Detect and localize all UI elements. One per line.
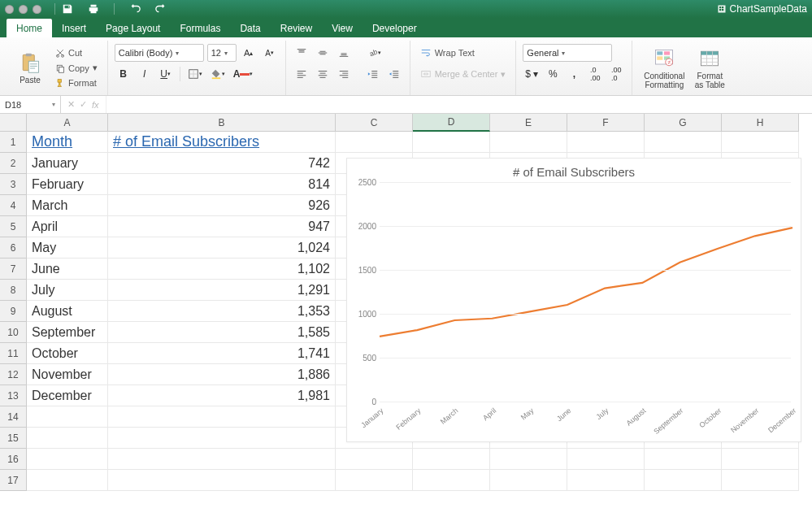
embedded-chart[interactable]: # of Email Subscribers 05001000150020002… (346, 158, 801, 442)
cell-H1[interactable] (722, 132, 799, 153)
align-middle-button[interactable] (314, 44, 332, 62)
cell-B8[interactable]: 1,291 (108, 280, 336, 301)
enter-formula-icon[interactable]: ✓ (80, 99, 87, 110)
row-header-6[interactable]: 6 (0, 237, 27, 258)
row-header-7[interactable]: 7 (0, 258, 27, 280)
cell-G1[interactable] (645, 132, 722, 153)
cell-G17[interactable] (645, 470, 722, 491)
tab-review[interactable]: Review (271, 19, 322, 37)
cell-B12[interactable]: 1,886 (108, 364, 336, 385)
cell-A7[interactable]: June (27, 258, 108, 280)
font-size-combo[interactable]: 12▾ (207, 44, 237, 62)
fill-color-button[interactable]: ▾ (208, 65, 228, 83)
cell-B3[interactable]: 814 (108, 174, 336, 195)
decrease-indent-button[interactable] (364, 65, 382, 83)
row-header-17[interactable]: 17 (0, 470, 27, 491)
italic-button[interactable]: I (136, 65, 154, 83)
format-as-table-button[interactable]: Format as Table (689, 42, 730, 93)
cell-B13[interactable]: 1,981 (108, 385, 336, 406)
row-header-13[interactable]: 13 (0, 385, 27, 406)
cell-D17[interactable] (413, 470, 490, 491)
redo-button[interactable] (152, 0, 170, 18)
row-header-2[interactable]: 2 (0, 153, 27, 174)
align-top-button[interactable] (293, 44, 310, 62)
cell-E1[interactable] (490, 132, 567, 153)
wrap-text-button[interactable]: Wrap Text (417, 46, 478, 60)
cell-B14[interactable] (108, 406, 336, 428)
row-header-12[interactable]: 12 (0, 364, 27, 385)
col-header-E[interactable]: E (490, 114, 567, 132)
paste-button[interactable]: Paste (11, 50, 49, 86)
font-name-combo[interactable]: Calibri (Body)▾ (115, 44, 204, 62)
cell-A8[interactable]: July (27, 280, 108, 301)
align-center-button[interactable] (314, 65, 332, 83)
cancel-formula-icon[interactable]: ✕ (67, 99, 75, 110)
cell-A6[interactable]: May (27, 237, 108, 258)
comma-button[interactable]: , (565, 65, 583, 83)
cell-A3[interactable]: February (27, 174, 108, 195)
cell-H16[interactable] (722, 449, 799, 470)
cell-D16[interactable] (413, 449, 490, 470)
font-color-button[interactable]: A▾ (231, 65, 256, 83)
cell-B4[interactable]: 926 (108, 195, 336, 216)
cell-B10[interactable]: 1,585 (108, 322, 336, 343)
cell-B7[interactable]: 1,102 (108, 258, 336, 280)
cell-B11[interactable]: 1,741 (108, 343, 336, 364)
insert-function-icon[interactable]: fx (92, 100, 99, 110)
grow-font-button[interactable]: A▴ (240, 44, 258, 62)
formula-input[interactable] (106, 96, 812, 113)
tab-page-layout[interactable]: Page Layout (96, 19, 170, 37)
cell-A1[interactable]: Month (27, 132, 108, 153)
cell-C16[interactable] (336, 449, 413, 470)
merge-center-button[interactable]: Merge & Center ▾ (417, 67, 510, 81)
increase-decimal-button[interactable]: .0.00 (586, 65, 604, 83)
cell-B5[interactable]: 947 (108, 216, 336, 237)
cell-B16[interactable] (108, 449, 336, 470)
row-header-8[interactable]: 8 (0, 280, 27, 301)
cell-B2[interactable]: 742 (108, 153, 336, 174)
cell-H17[interactable] (722, 470, 799, 491)
row-header-5[interactable]: 5 (0, 216, 27, 237)
increase-indent-button[interactable] (385, 65, 403, 83)
minimize-window[interactable] (19, 5, 28, 14)
align-right-button[interactable] (335, 65, 353, 83)
cell-A12[interactable]: November (27, 364, 108, 385)
underline-button[interactable]: U▾ (157, 65, 175, 83)
col-header-G[interactable]: G (645, 114, 722, 132)
print-button[interactable] (85, 0, 102, 18)
align-bottom-button[interactable] (335, 44, 353, 62)
row-header-3[interactable]: 3 (0, 174, 27, 195)
row-header-14[interactable]: 14 (0, 406, 27, 428)
tab-home[interactable]: Home (7, 19, 52, 37)
cell-B17[interactable] (108, 470, 336, 491)
number-format-combo[interactable]: General▾ (523, 44, 612, 62)
cell-C17[interactable] (336, 470, 413, 491)
col-header-D[interactable]: D (413, 114, 490, 132)
cell-B6[interactable]: 1,024 (108, 237, 336, 258)
shrink-font-button[interactable]: A▾ (261, 44, 279, 62)
select-all-cell[interactable] (0, 114, 27, 132)
cell-B15[interactable] (108, 428, 336, 449)
zoom-window[interactable] (33, 5, 41, 14)
cell-A9[interactable]: August (27, 301, 108, 322)
cell-A15[interactable] (27, 428, 108, 449)
borders-button[interactable]: ▾ (185, 65, 205, 83)
cell-F17[interactable] (567, 470, 645, 491)
col-header-B[interactable]: B (108, 114, 336, 132)
col-header-A[interactable]: A (27, 114, 108, 132)
cell-A13[interactable]: December (27, 385, 108, 406)
row-header-15[interactable]: 15 (0, 428, 27, 449)
bold-button[interactable]: B (115, 65, 132, 83)
cell-A16[interactable] (27, 449, 108, 470)
tab-developer[interactable]: Developer (363, 19, 427, 37)
tab-data[interactable]: Data (230, 19, 270, 37)
decrease-decimal-button[interactable]: .00.0 (607, 65, 625, 83)
row-header-10[interactable]: 10 (0, 322, 27, 343)
cell-F1[interactable] (567, 132, 645, 153)
row-header-16[interactable]: 16 (0, 449, 27, 470)
cell-D1[interactable] (413, 132, 490, 153)
cell-G16[interactable] (645, 449, 722, 470)
cell-B1[interactable]: # of Email Subscribers (108, 132, 336, 153)
conditional-formatting-button[interactable]: ≠ Conditional Formatting (639, 42, 689, 93)
row-header-11[interactable]: 11 (0, 343, 27, 364)
